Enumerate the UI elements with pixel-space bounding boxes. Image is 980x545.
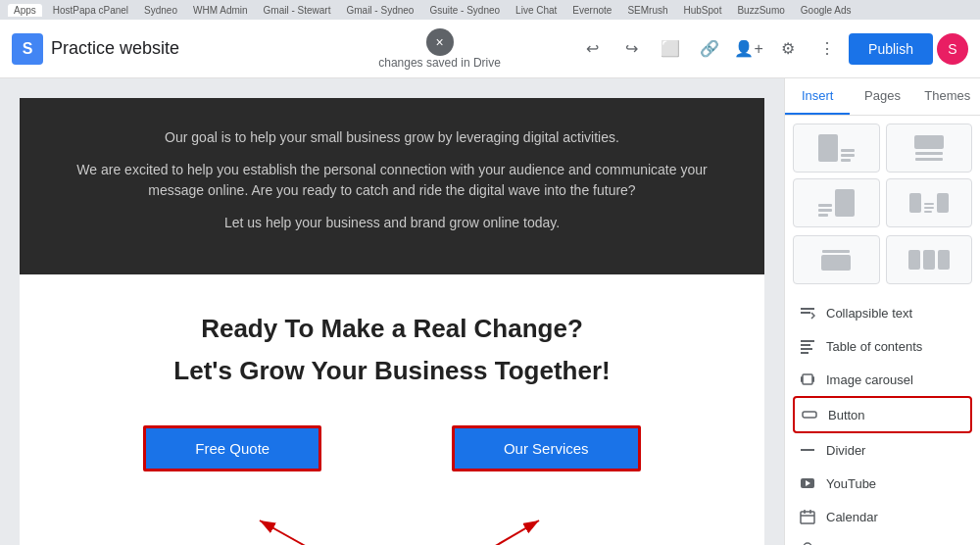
svg-rect-7 xyxy=(801,348,812,350)
button-icon xyxy=(801,406,818,423)
tab-themes[interactable]: Themes xyxy=(915,78,980,115)
panel-tabs: Insert Pages Themes xyxy=(785,78,980,116)
table-of-contents-icon xyxy=(799,337,816,355)
avatar: S xyxy=(937,33,968,65)
page-content: Our goal is to help your small business … xyxy=(20,98,764,545)
browser-tab[interactable]: HostPapa cPanel xyxy=(48,4,133,17)
our-services-button[interactable]: Our Services xyxy=(452,425,641,471)
layout-thumb-1[interactable] xyxy=(793,124,880,173)
layout-thumbnails-2 xyxy=(793,235,972,284)
cta-heading-1: Ready To Make a Real Change? xyxy=(78,314,706,344)
calendar-label: Calendar xyxy=(826,510,878,524)
browser-tab[interactable]: HubSpot xyxy=(679,4,727,17)
app-logo-icon: S xyxy=(12,33,43,65)
map-icon xyxy=(799,541,816,545)
editor-area: Our goal is to help your small business … xyxy=(0,78,784,545)
layout-thumb-3[interactable] xyxy=(793,178,880,227)
saved-status: changes saved in Drive xyxy=(378,56,501,70)
more-options-button[interactable]: ⋮ xyxy=(809,31,845,67)
svg-line-1 xyxy=(421,520,539,545)
tab-pages[interactable]: Pages xyxy=(850,78,914,115)
hero-text-1: Our goal is to help your small business … xyxy=(59,127,725,148)
svg-rect-5 xyxy=(801,340,814,342)
calendar-icon xyxy=(799,508,816,525)
panel-item-image-carousel[interactable]: Image carousel xyxy=(793,363,972,396)
cta-heading-2: Let's Grow Your Business Together! xyxy=(78,356,706,386)
browser-tab[interactable]: Gmail - Stewart xyxy=(259,4,336,17)
collapsible-text-label: Collapsible text xyxy=(826,306,912,321)
browser-tab[interactable]: WHM Admin xyxy=(188,4,253,17)
svg-rect-6 xyxy=(801,344,810,346)
collapsible-text-icon xyxy=(799,304,816,322)
svg-rect-8 xyxy=(801,352,808,354)
svg-rect-16 xyxy=(801,512,814,523)
toolbar-icons: ↩ ↪ ⬜ 🔗 👤+ ⚙ ⋮ Publish S xyxy=(574,31,968,67)
preview-button[interactable]: ⬜ xyxy=(653,31,688,67)
svg-line-0 xyxy=(260,520,382,545)
panel-item-divider[interactable]: Divider xyxy=(793,433,972,467)
panel-item-button[interactable]: Button xyxy=(793,396,972,433)
cta-buttons-row: Free Quote Our Services xyxy=(78,425,706,471)
main-layout: Our goal is to help your small business … xyxy=(0,78,980,545)
publish-button[interactable]: Publish xyxy=(849,33,933,65)
layout-thumb-5[interactable] xyxy=(793,235,880,284)
panel-item-table-of-contents[interactable]: Table of contents xyxy=(793,329,972,363)
close-button[interactable]: × xyxy=(426,28,454,56)
page-title: Practice website xyxy=(51,38,305,59)
divider-icon xyxy=(799,441,816,459)
browser-tab[interactable]: Evernote xyxy=(567,4,616,17)
hero-text-3: Let us help your business and brand grow… xyxy=(59,213,725,233)
svg-rect-9 xyxy=(803,374,812,384)
cta-section: Ready To Make a Real Change? Let's Grow … xyxy=(20,274,764,545)
panel-items: Collapsible text Table of contents Image… xyxy=(785,116,980,545)
browser-tab[interactable]: Apps xyxy=(8,4,42,17)
browser-tab[interactable]: BuzzSumo xyxy=(732,4,789,17)
arrows-svg xyxy=(78,491,706,545)
button-label: Button xyxy=(828,408,865,422)
browser-tab[interactable]: Gsuite - Sydneo xyxy=(424,4,505,17)
layout-thumb-2[interactable] xyxy=(886,124,973,173)
browser-tab[interactable]: Google Ads xyxy=(796,4,857,17)
tab-insert[interactable]: Insert xyxy=(785,78,850,115)
undo-button[interactable]: ↩ xyxy=(574,31,610,67)
hero-text-2: We are excited to help you establish the… xyxy=(59,160,725,201)
table-of-contents-label: Table of contents xyxy=(826,339,922,354)
add-user-button[interactable]: 👤+ xyxy=(731,31,766,67)
right-panel: Insert Pages Themes xyxy=(784,78,980,545)
youtube-label: YouTube xyxy=(826,476,876,491)
settings-button[interactable]: ⚙ xyxy=(770,31,806,67)
toolbar-center: × changes saved in Drive xyxy=(313,28,566,70)
browser-tab[interactable]: SEMrush xyxy=(622,4,672,17)
browser-tab[interactable]: Gmail - Sydneo xyxy=(341,4,418,17)
panel-item-youtube[interactable]: YouTube xyxy=(793,467,972,500)
free-quote-button[interactable]: Free Quote xyxy=(143,425,321,471)
annotation-area: 2 Buttons xyxy=(78,530,706,545)
svg-rect-12 xyxy=(803,412,816,418)
browser-tab[interactable]: Live Chat xyxy=(511,4,562,17)
app-toolbar: S Practice website × changes saved in Dr… xyxy=(0,20,980,78)
layout-thumb-6[interactable] xyxy=(886,235,973,284)
redo-button[interactable]: ↪ xyxy=(613,31,649,67)
svg-rect-3 xyxy=(801,308,814,310)
dark-hero-section: Our goal is to help your small business … xyxy=(20,98,764,274)
svg-rect-10 xyxy=(801,376,803,382)
divider-label: Divider xyxy=(826,443,865,458)
browser-tab[interactable]: Sydneo xyxy=(139,4,182,17)
svg-rect-11 xyxy=(812,376,814,382)
svg-rect-4 xyxy=(801,312,810,314)
link-button[interactable]: 🔗 xyxy=(692,31,727,67)
panel-item-collapsible-text[interactable]: Collapsible text xyxy=(793,296,972,329)
layout-thumb-4[interactable] xyxy=(886,178,973,227)
image-carousel-icon xyxy=(799,371,816,388)
youtube-icon xyxy=(799,474,816,492)
panel-item-map[interactable]: Map xyxy=(793,533,972,545)
image-carousel-label: Image carousel xyxy=(826,372,913,387)
layout-thumbnails xyxy=(793,124,972,227)
panel-item-calendar[interactable]: Calendar xyxy=(793,500,972,533)
browser-tabs-bar: Apps HostPapa cPanel Sydneo WHM Admin Gm… xyxy=(0,0,980,20)
